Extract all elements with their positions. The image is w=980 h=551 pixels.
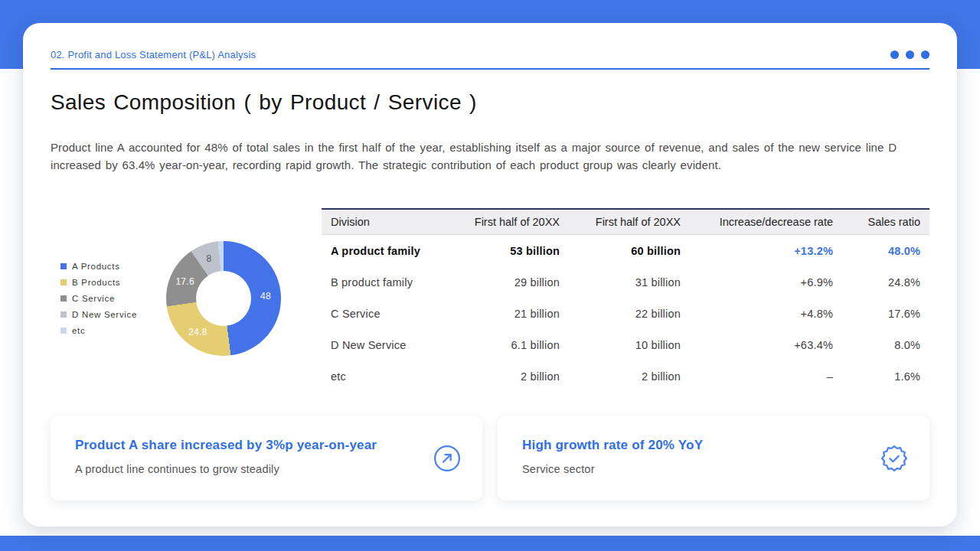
section-label: 02. Profit and Loss Statement (P&L) Anal… bbox=[51, 49, 256, 60]
donut-labels: 4824.817.68 bbox=[166, 241, 281, 356]
legend-swatch-icon bbox=[60, 279, 67, 285]
legend-swatch-icon bbox=[60, 328, 67, 334]
callout-subtitle: Service sector bbox=[522, 463, 905, 475]
arrow-up-right-circle-icon bbox=[433, 445, 461, 472]
cell-first-half: 29 billion bbox=[433, 266, 569, 298]
cell-rate: – bbox=[690, 360, 842, 392]
table-row: C Service 21 billion 22 billion +4.8% 17… bbox=[322, 298, 929, 329]
col-header-ratio: Sales ratio bbox=[842, 209, 929, 235]
legend-item: C Service bbox=[60, 293, 137, 303]
callout-title: High growth rate of 20% YoY bbox=[522, 438, 905, 453]
cell-ratio: 48.0% bbox=[842, 235, 929, 267]
cell-first-half: 53 billion bbox=[433, 235, 569, 267]
callout-title: Product A share increased by 3%p year-on… bbox=[75, 438, 458, 453]
cell-second-half: 22 billion bbox=[569, 298, 690, 329]
col-header-first-half: First half of 20XX bbox=[433, 209, 569, 235]
callout-growth-rate: High growth rate of 20% YoY Service sect… bbox=[498, 416, 929, 500]
cell-second-half: 31 billion bbox=[569, 266, 690, 298]
cell-rate: +6.9% bbox=[690, 266, 842, 298]
legend-item: A Products bbox=[60, 261, 137, 271]
legend-label: B Products bbox=[72, 278, 120, 287]
cell-division: C Service bbox=[322, 298, 433, 329]
chart-legend: A Products B Products C Service D New Se… bbox=[60, 261, 137, 341]
table-row: etc 2 billion 2 billion – 1.6% bbox=[322, 360, 929, 392]
legend-swatch-icon bbox=[60, 295, 67, 302]
legend-label: C Service bbox=[72, 294, 115, 303]
slide-card: 02. Profit and Loss Statement (P&L) Anal… bbox=[23, 23, 957, 527]
cell-division: etc bbox=[322, 360, 433, 392]
donut-slice-label: 24.8 bbox=[188, 327, 207, 337]
legend-item: etc bbox=[60, 325, 137, 335]
header-divider bbox=[51, 68, 929, 70]
donut-slice-label: 17.6 bbox=[175, 276, 194, 287]
legend-label: D New Service bbox=[72, 310, 137, 319]
callout-product-a: Product A share increased by 3%p year-on… bbox=[51, 416, 482, 500]
cell-second-half: 2 billion bbox=[569, 360, 690, 392]
cell-division: D New Service bbox=[322, 329, 433, 360]
legend-swatch-icon bbox=[60, 311, 67, 318]
table-header-row: Division First half of 20XX First half o… bbox=[322, 209, 929, 235]
callout-subtitle: A product line continues to grow steadil… bbox=[75, 463, 458, 475]
sales-composition-table: Division First half of 20XX First half o… bbox=[322, 208, 929, 392]
legend-item: D New Service bbox=[60, 309, 137, 319]
cell-rate: +13.2% bbox=[690, 235, 842, 267]
legend-label: etc bbox=[72, 326, 85, 335]
cell-ratio: 24.8% bbox=[842, 266, 929, 298]
sales-donut-chart: 4824.817.68 bbox=[166, 241, 281, 356]
bottom-blue-band bbox=[0, 536, 980, 551]
cell-first-half: 21 billion bbox=[433, 298, 569, 329]
slide-header: 02. Profit and Loss Statement (P&L) Anal… bbox=[51, 46, 929, 63]
cell-rate: +63.4% bbox=[690, 329, 842, 360]
cell-division: A product family bbox=[322, 235, 433, 267]
cell-ratio: 1.6% bbox=[842, 360, 929, 392]
badge-check-icon bbox=[880, 445, 908, 472]
table-row: B product family 29 billion 31 billion +… bbox=[322, 266, 929, 298]
col-header-division: Division bbox=[322, 209, 433, 235]
donut-slice-label: 48 bbox=[260, 291, 271, 302]
dot-icon bbox=[890, 51, 899, 59]
col-header-second-half: First half of 20XX bbox=[569, 209, 690, 235]
cell-second-half: 60 billion bbox=[569, 235, 690, 267]
page-title: Sales Composition ( by Product / Service… bbox=[51, 90, 477, 115]
dot-icon bbox=[921, 51, 929, 59]
cell-ratio: 8.0% bbox=[842, 329, 929, 360]
dot-icon bbox=[906, 51, 914, 59]
legend-swatch-icon bbox=[60, 263, 67, 269]
header-dots bbox=[890, 51, 929, 59]
legend-item: B Products bbox=[60, 277, 137, 287]
donut-slice-label: 8 bbox=[207, 253, 212, 264]
cell-rate: +4.8% bbox=[690, 298, 842, 329]
table-row: A product family 53 billion 60 billion +… bbox=[322, 235, 929, 267]
cell-first-half: 2 billion bbox=[433, 360, 569, 392]
table-row: D New Service 6.1 billion 10 billion +63… bbox=[322, 329, 929, 360]
col-header-rate: Increase/decrease rate bbox=[690, 209, 842, 235]
cell-ratio: 17.6% bbox=[842, 298, 929, 329]
slide-description: Product line A accounted for 48% of tota… bbox=[51, 139, 914, 174]
legend-label: A Products bbox=[72, 262, 120, 271]
cell-division: B product family bbox=[322, 266, 433, 298]
cell-first-half: 6.1 billion bbox=[433, 329, 569, 360]
cell-second-half: 10 billion bbox=[569, 329, 690, 360]
